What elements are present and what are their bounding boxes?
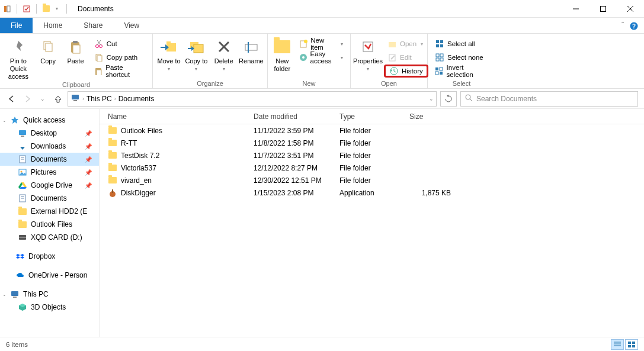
refresh-button[interactable] bbox=[440, 91, 457, 107]
invert-selection-icon bbox=[435, 66, 444, 76]
delete-button[interactable]: Delete▾ bbox=[212, 36, 236, 72]
search-placeholder: Search Documents bbox=[476, 95, 537, 103]
file-list: Name Date modified Type Size Outlook Fil… bbox=[100, 109, 644, 337]
col-type[interactable]: Type bbox=[339, 112, 409, 121]
open-button[interactable]: Open▾ bbox=[384, 37, 428, 50]
address-bar[interactable]: ›This PC ›Documents ⌄ bbox=[68, 91, 437, 107]
sidebar-item-label: Pictures bbox=[31, 168, 56, 176]
close-button[interactable] bbox=[617, 0, 644, 18]
select-all-button[interactable]: Select all bbox=[431, 37, 492, 50]
sidebar-item[interactable]: Documents📌 bbox=[0, 153, 99, 166]
address-dropdown-icon[interactable]: ⌄ bbox=[429, 96, 434, 102]
sidebar-dropbox[interactable]: Dropbox bbox=[0, 250, 99, 263]
view-large-icons-button[interactable] bbox=[625, 339, 638, 350]
sidebar-this-pc[interactable]: ⌄This PC bbox=[0, 288, 99, 301]
minimize-button[interactable] bbox=[562, 0, 589, 18]
pin-to-quick-access-button[interactable]: Pin to Quick access bbox=[4, 36, 33, 81]
svg-point-33 bbox=[302, 56, 305, 59]
sidebar-3d-objects[interactable]: 3D Objects bbox=[0, 301, 99, 314]
item-icon bbox=[18, 168, 27, 177]
sidebar-item[interactable]: Outlook Files bbox=[0, 218, 99, 231]
tab-home[interactable]: Home bbox=[33, 18, 73, 33]
cut-button[interactable]: Cut bbox=[91, 37, 149, 50]
pin-icon: 📌 bbox=[85, 130, 92, 137]
edit-button[interactable]: Edit bbox=[384, 51, 428, 64]
copy-path-icon bbox=[94, 53, 104, 62]
item-icon bbox=[18, 154, 27, 164]
file-row[interactable]: R-TT11/8/2022 1:58 PMFile folder bbox=[100, 137, 644, 149]
properties-button[interactable]: Properties▾ bbox=[354, 36, 382, 72]
file-row[interactable]: vivard_en12/30/2022 12:51 PMFile folder bbox=[100, 174, 644, 186]
svg-rect-28 bbox=[245, 44, 257, 50]
tab-view[interactable]: View bbox=[113, 18, 150, 33]
paste-shortcut-button[interactable]: Paste shortcut bbox=[91, 65, 149, 78]
svg-rect-13 bbox=[73, 45, 80, 53]
copy-path-button[interactable]: Copy path bbox=[91, 51, 149, 64]
history-icon bbox=[389, 66, 399, 76]
tab-share[interactable]: Share bbox=[73, 18, 113, 33]
minimize-ribbon-icon[interactable]: ⌃ bbox=[620, 21, 625, 27]
svg-rect-4 bbox=[601, 6, 606, 11]
chevron-down-icon[interactable]: ▾ bbox=[53, 5, 60, 12]
col-date[interactable]: Date modified bbox=[254, 112, 339, 121]
invert-selection-button[interactable]: Invert selection bbox=[431, 65, 492, 78]
new-item-button[interactable]: New item▾ bbox=[296, 37, 347, 50]
sidebar-onedrive[interactable]: OneDrive - Person bbox=[0, 269, 99, 282]
file-row[interactable]: Outlook Files11/1/2022 3:59 PMFile folde… bbox=[100, 124, 644, 137]
file-name: TestDisk 7.2 bbox=[121, 152, 159, 160]
file-type: Application bbox=[339, 189, 409, 197]
help-icon[interactable]: ? bbox=[629, 18, 639, 34]
select-none-button[interactable]: Select none bbox=[431, 51, 492, 64]
file-row[interactable]: TestDisk 7.211/7/2022 3:51 PMFile folder bbox=[100, 149, 644, 162]
svg-rect-10 bbox=[46, 43, 52, 51]
copy-to-button[interactable]: Copy to▾ bbox=[184, 36, 209, 72]
col-name[interactable]: Name bbox=[100, 112, 254, 121]
move-to-button[interactable]: Move to▾ bbox=[156, 36, 181, 72]
easy-access-button[interactable]: Easy access▾ bbox=[296, 51, 347, 64]
sidebar-item[interactable]: Google Drive📌 bbox=[0, 179, 99, 192]
new-folder-button[interactable]: New folder bbox=[271, 36, 293, 73]
svg-rect-69 bbox=[112, 189, 113, 193]
svg-point-15 bbox=[99, 45, 102, 48]
sidebar-item[interactable]: Downloads📌 bbox=[0, 140, 99, 153]
col-size[interactable]: Size bbox=[409, 112, 457, 121]
sidebar-item[interactable]: XQD CARD (D:) bbox=[0, 231, 99, 244]
sidebar-item[interactable]: Documents bbox=[0, 192, 99, 205]
svg-rect-47 bbox=[440, 67, 443, 70]
up-button[interactable] bbox=[52, 93, 64, 105]
group-label-open: Open bbox=[351, 80, 427, 88]
file-row[interactable]: DiskDigger1/15/2023 2:08 PMApplication1,… bbox=[100, 186, 644, 199]
back-button[interactable] bbox=[6, 93, 18, 105]
file-icon bbox=[108, 151, 117, 160]
open-icon bbox=[387, 39, 397, 49]
item-icon bbox=[18, 207, 27, 216]
svg-rect-74 bbox=[632, 342, 635, 344]
sidebar-item[interactable]: Desktop📌 bbox=[0, 127, 99, 140]
paste-button[interactable]: Paste bbox=[63, 36, 88, 65]
checkbox-icon[interactable] bbox=[23, 5, 30, 12]
history-button[interactable]: History bbox=[384, 65, 428, 78]
tab-file[interactable]: File bbox=[0, 18, 33, 33]
recent-locations-button[interactable]: ⌄ bbox=[37, 93, 49, 105]
sidebar-item[interactable]: External HDD2 (E bbox=[0, 205, 99, 218]
sidebar-item[interactable]: Pictures📌 bbox=[0, 166, 99, 179]
file-type: File folder bbox=[339, 176, 409, 185]
view-details-button[interactable] bbox=[611, 339, 624, 350]
svg-rect-50 bbox=[72, 95, 79, 99]
sidebar-item-label: Documents bbox=[31, 155, 67, 163]
forward-button[interactable] bbox=[21, 93, 33, 105]
properties-icon[interactable] bbox=[4, 5, 11, 12]
svg-point-52 bbox=[466, 95, 470, 99]
sidebar-item-label: Outlook Files bbox=[31, 220, 72, 228]
breadcrumb[interactable]: This PC bbox=[86, 95, 112, 103]
breadcrumb[interactable]: Documents bbox=[118, 95, 155, 103]
group-label-select: Select bbox=[428, 80, 495, 88]
file-row[interactable]: Victoria53712/12/2022 8:27 PMFile folder bbox=[100, 162, 644, 174]
window-title: Documents bbox=[78, 5, 114, 13]
sidebar-quick-access[interactable]: ⌄Quick access bbox=[0, 114, 99, 127]
file-type: File folder bbox=[339, 139, 409, 147]
rename-button[interactable]: Rename bbox=[239, 36, 264, 65]
copy-button[interactable]: Copy bbox=[36, 36, 60, 65]
maximize-button[interactable] bbox=[589, 0, 617, 18]
search-input[interactable]: Search Documents bbox=[460, 91, 638, 107]
